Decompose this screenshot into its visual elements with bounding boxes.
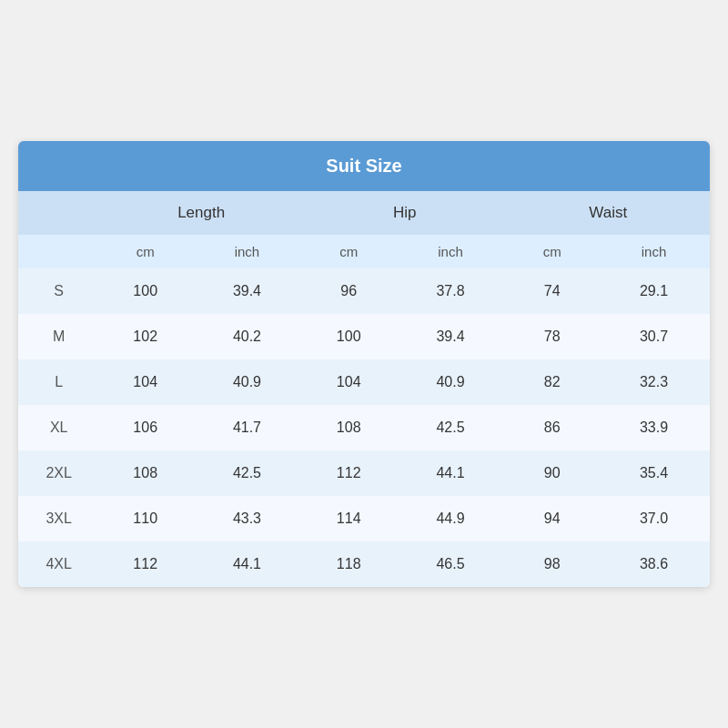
size-cell: 4XL: [18, 541, 99, 587]
hip-cm-cell: 108: [303, 405, 395, 450]
hip-inch-header: inch: [395, 235, 507, 268]
header-unit-row: cm inch cm inch cm inch: [18, 235, 710, 268]
length-cm-header: cm: [99, 235, 191, 268]
header-group-row: Length Hip Waist: [18, 191, 710, 235]
waist-cm-cell: 74: [506, 268, 598, 314]
waist-inch-cell: 30.7: [598, 314, 710, 359]
length-cm-cell: 100: [99, 268, 191, 314]
hip-inch-cell: 46.5: [395, 541, 507, 587]
length-inch-cell: 41.7: [191, 405, 303, 450]
length-inch-cell: 43.3: [191, 496, 303, 541]
waist-inch-cell: 35.4: [598, 450, 710, 496]
length-header: Length: [99, 191, 303, 235]
hip-header: Hip: [303, 191, 507, 235]
table-row: L 104 40.9 104 40.9 82 32.3: [18, 359, 710, 405]
table-body: S 100 39.4 96 37.8 74 29.1 M 102 40.2 10…: [18, 268, 710, 587]
size-chart-container: Suit Size Length Hip Waist cm inch cm in…: [18, 141, 710, 587]
waist-header: Waist: [506, 191, 710, 235]
waist-cm-cell: 82: [506, 359, 598, 405]
hip-cm-cell: 114: [303, 496, 395, 541]
table-row: XL 106 41.7 108 42.5 86 33.9: [18, 405, 710, 450]
length-inch-cell: 39.4: [191, 268, 303, 314]
waist-inch-cell: 37.0: [598, 496, 710, 541]
hip-cm-cell: 118: [303, 541, 395, 587]
waist-inch-header: inch: [598, 235, 710, 268]
hip-inch-cell: 44.9: [395, 496, 507, 541]
length-cm-cell: 112: [99, 541, 191, 587]
hip-cm-cell: 100: [303, 314, 395, 359]
hip-inch-cell: 37.8: [395, 268, 507, 314]
size-cell: XL: [18, 405, 99, 450]
table-row: M 102 40.2 100 39.4 78 30.7: [18, 314, 710, 359]
waist-inch-cell: 32.3: [598, 359, 710, 405]
size-cell: 2XL: [18, 450, 99, 496]
length-cm-cell: 102: [99, 314, 191, 359]
size-cell: S: [18, 268, 99, 314]
hip-cm-cell: 104: [303, 359, 395, 405]
waist-cm-cell: 78: [506, 314, 598, 359]
empty-header: [18, 191, 99, 235]
waist-inch-cell: 33.9: [598, 405, 710, 450]
length-inch-cell: 40.2: [191, 314, 303, 359]
table-row: 3XL 110 43.3 114 44.9 94 37.0: [18, 496, 710, 541]
length-cm-cell: 110: [99, 496, 191, 541]
length-inch-cell: 44.1: [191, 541, 303, 587]
hip-inch-cell: 42.5: [395, 405, 507, 450]
hip-cm-header: cm: [303, 235, 395, 268]
hip-inch-cell: 40.9: [395, 359, 507, 405]
length-inch-cell: 40.9: [191, 359, 303, 405]
waist-inch-cell: 38.6: [598, 541, 710, 587]
size-cell: 3XL: [18, 496, 99, 541]
waist-cm-cell: 90: [506, 450, 598, 496]
waist-cm-cell: 86: [506, 405, 598, 450]
size-unit-header: [18, 235, 99, 268]
hip-inch-cell: 39.4: [395, 314, 507, 359]
length-inch-cell: 42.5: [191, 450, 303, 496]
size-cell: L: [18, 359, 99, 405]
waist-cm-header: cm: [506, 235, 598, 268]
table-title: Suit Size: [18, 141, 710, 191]
hip-cm-cell: 96: [303, 268, 395, 314]
table-row: 4XL 112 44.1 118 46.5 98 38.6: [18, 541, 710, 587]
size-table: Length Hip Waist cm inch cm inch cm inch…: [18, 191, 710, 587]
length-cm-cell: 106: [99, 405, 191, 450]
waist-cm-cell: 98: [506, 541, 598, 587]
table-row: S 100 39.4 96 37.8 74 29.1: [18, 268, 710, 314]
hip-inch-cell: 44.1: [395, 450, 507, 496]
waist-inch-cell: 29.1: [598, 268, 710, 314]
table-row: 2XL 108 42.5 112 44.1 90 35.4: [18, 450, 710, 496]
length-cm-cell: 104: [99, 359, 191, 405]
length-inch-header: inch: [191, 235, 303, 268]
hip-cm-cell: 112: [303, 450, 395, 496]
length-cm-cell: 108: [99, 450, 191, 496]
size-cell: M: [18, 314, 99, 359]
waist-cm-cell: 94: [506, 496, 598, 541]
